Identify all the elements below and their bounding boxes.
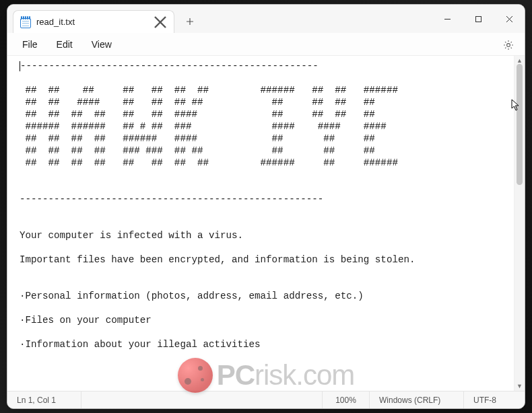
tab-title: read_it.txt <box>36 17 148 27</box>
close-icon <box>154 15 167 29</box>
status-line-endings: Windows (CRLF) <box>370 391 464 408</box>
status-encoding: UTF-8 <box>464 391 525 408</box>
text-content[interactable]: ----------------------------------------… <box>7 56 514 391</box>
menu-edit[interactable]: Edit <box>48 36 81 53</box>
text-line: ·Files on your computer <box>20 315 152 326</box>
text-line: Your computer is infected with a virus. <box>20 230 243 241</box>
title-bar: read_it.txt <box>7 5 525 33</box>
notepad-icon <box>20 16 31 28</box>
status-bar: Ln 1, Col 1 100% Windows (CRLF) UTF-8 <box>7 391 525 408</box>
plus-icon <box>186 17 194 26</box>
scroll-down-arrow[interactable]: ▼ <box>514 381 525 391</box>
text-line: ## ## ## ## ## ## ## ## ###### ## ###### <box>20 157 398 168</box>
maximize-button[interactable] <box>463 5 494 33</box>
vertical-scrollbar[interactable]: ▲ ▼ <box>514 56 525 391</box>
tab-close-button[interactable] <box>154 15 167 29</box>
menu-bar: File Edit View <box>7 33 525 56</box>
text-line: ----------------------------------------… <box>20 61 319 71</box>
gear-icon <box>502 39 514 51</box>
maximize-icon <box>475 15 482 23</box>
text-line: ## ## ## ## ###### #### ## ## ## <box>20 133 375 144</box>
editor-area: ----------------------------------------… <box>7 56 525 391</box>
svg-rect-5 <box>475 16 481 22</box>
text-line: ·Information about your illegal activiti… <box>20 339 261 350</box>
text-line: ## ## ## ## ## ## #### ## ## ## ## <box>20 109 375 120</box>
minimize-icon <box>444 15 451 23</box>
status-zoom[interactable]: 100% <box>323 391 370 408</box>
scroll-thumb[interactable] <box>517 64 523 185</box>
new-tab-button[interactable] <box>178 10 201 33</box>
status-position: Ln 1, Col 1 <box>7 391 81 408</box>
document-tab[interactable]: read_it.txt <box>13 10 174 33</box>
status-spacer <box>81 391 323 408</box>
text-line: Important files have been encrypted, and… <box>20 254 415 265</box>
text-line: ·Personal information (photos, address, … <box>20 291 364 301</box>
window-controls <box>432 5 525 33</box>
text-line: ###### ###### ## # ## ### #### #### #### <box>20 121 387 132</box>
menu-file[interactable]: File <box>14 36 46 53</box>
menu-view[interactable]: View <box>84 36 120 53</box>
notepad-window: read_it.txt File <box>7 4 525 409</box>
text-line: ----------------------------------------… <box>20 194 323 204</box>
settings-button[interactable] <box>499 36 518 54</box>
close-icon <box>506 15 513 23</box>
svg-point-8 <box>507 44 510 47</box>
text-line: ## ## ## ## ## ## ## ###### ## ## ###### <box>20 85 398 96</box>
text-line: ## ## #### ## ## ## ## ## ## ## ## <box>20 97 375 108</box>
minimize-button[interactable] <box>432 5 463 33</box>
close-window-button[interactable] <box>494 5 525 33</box>
text-line: ## ## ## ## ### ### ## ## ## ## ## <box>20 145 375 156</box>
